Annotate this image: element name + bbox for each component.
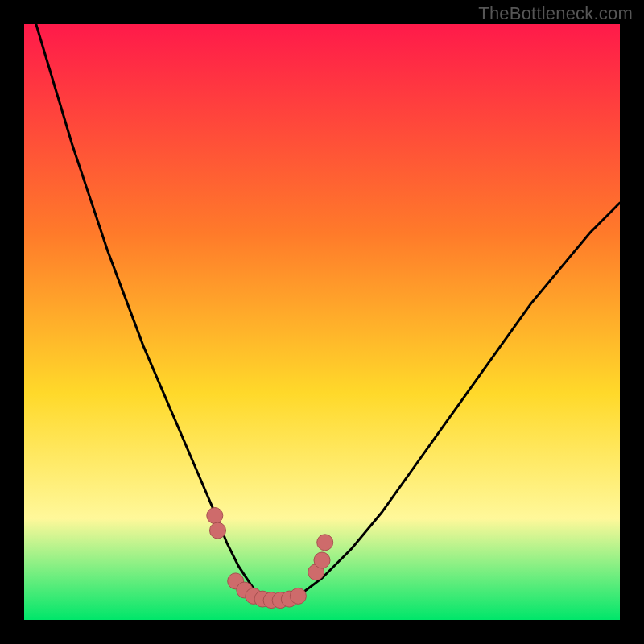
gradient-background <box>24 24 620 620</box>
data-marker <box>314 552 330 568</box>
data-marker <box>317 535 333 551</box>
plot-area <box>24 24 620 620</box>
data-marker <box>207 508 223 524</box>
watermark-text: TheBottleneck.com <box>478 3 633 24</box>
data-marker <box>210 522 226 539</box>
chart-frame: TheBottleneck.com <box>0 0 644 644</box>
chart-svg <box>24 24 620 620</box>
data-marker <box>290 588 306 604</box>
